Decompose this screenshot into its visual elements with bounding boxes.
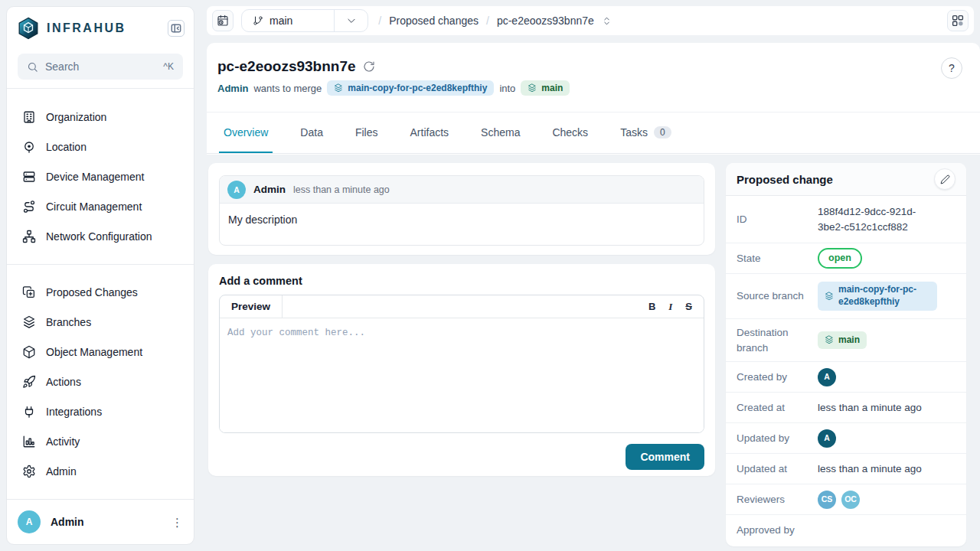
target-branch-name: main bbox=[541, 83, 563, 93]
merge-text: wants to merge bbox=[253, 83, 322, 94]
sidebar-item-device-management[interactable]: Device Management bbox=[15, 166, 186, 187]
logo-row: INFRAHUB bbox=[7, 7, 194, 46]
breadcrumb-current[interactable]: pc-e2eoozs93bnn7e bbox=[497, 15, 594, 27]
nav-secondary: Proposed Changes Branches Object Managem… bbox=[7, 265, 194, 491]
date-picker-button[interactable] bbox=[212, 10, 234, 31]
rocket-icon bbox=[22, 375, 36, 389]
sidebar-item-integrations[interactable]: Integrations bbox=[15, 401, 186, 422]
tab-files[interactable]: Files bbox=[351, 112, 383, 153]
sidebar-item-location[interactable]: Location bbox=[15, 136, 186, 158]
source-branch-name: main-copy-for-pc-e2ed8kepfthiy bbox=[348, 83, 487, 93]
search-input[interactable] bbox=[45, 60, 137, 73]
bold-icon[interactable]: B bbox=[648, 302, 655, 311]
strikethrough-icon[interactable]: S bbox=[685, 302, 692, 311]
tab-artifacts[interactable]: Artifacts bbox=[406, 112, 454, 153]
layers-icon bbox=[22, 315, 36, 329]
tab-data[interactable]: Data bbox=[296, 112, 328, 153]
panel-row-approved-by: Approved by bbox=[726, 515, 966, 546]
comment: A Admin less than a minute ago My descri… bbox=[219, 175, 704, 246]
calendar-clock-icon bbox=[217, 15, 229, 27]
components-button[interactable] bbox=[947, 10, 969, 31]
sidebar-item-network-configuration[interactable]: Network Configuration bbox=[15, 226, 186, 247]
bar-chart-icon bbox=[22, 435, 36, 448]
chevrons-up-down-icon[interactable] bbox=[602, 16, 612, 26]
diff-copy-icon bbox=[22, 285, 36, 299]
network-icon bbox=[22, 230, 36, 243]
tasks-count-badge: 0 bbox=[654, 126, 671, 139]
panel-row-updated-by: Updated by A bbox=[726, 423, 966, 454]
components-icon bbox=[952, 15, 964, 27]
box-icon bbox=[22, 345, 36, 359]
sidebar-item-activity[interactable]: Activity bbox=[15, 431, 186, 452]
refresh-icon[interactable] bbox=[363, 60, 375, 73]
sidebar: INFRAHUB ^K Organization Location Device… bbox=[6, 6, 194, 545]
destination-branch-badge[interactable]: main bbox=[818, 331, 867, 349]
branch-selector[interactable]: main bbox=[241, 9, 368, 32]
nav-label: Device Management bbox=[46, 171, 144, 183]
reviewer-avatar: OC bbox=[841, 491, 860, 509]
branch-selector-value: main bbox=[270, 15, 292, 27]
layers-icon bbox=[334, 83, 343, 93]
editor-toolbar: Preview B I S bbox=[220, 295, 704, 318]
help-button[interactable]: ? bbox=[941, 57, 962, 79]
sidebar-item-branches[interactable]: Branches bbox=[15, 311, 186, 333]
layers-icon bbox=[825, 335, 834, 344]
comment-editor: Preview B I S bbox=[219, 295, 704, 433]
sidebar-item-admin[interactable]: Admin bbox=[15, 461, 186, 482]
panel-collapse-icon bbox=[171, 23, 181, 34]
id-value: 188f4d12-9dcc-921d-3be2-c512c1ccf882 bbox=[818, 204, 940, 234]
sidebar-item-object-management[interactable]: Object Management bbox=[15, 341, 186, 363]
branch-selector-caret[interactable] bbox=[334, 10, 368, 31]
reviewer-avatar: CS bbox=[818, 491, 836, 509]
git-branch-icon bbox=[253, 15, 263, 26]
topbar: main / Proposed changes / pc-e2eoozs93bn… bbox=[207, 6, 974, 35]
edit-button[interactable] bbox=[934, 168, 956, 190]
breadcrumb: / Proposed changes / pc-e2eoozs93bnn7e bbox=[378, 15, 611, 27]
sidebar-item-actions[interactable]: Actions bbox=[15, 371, 186, 393]
panel-row-created-at: Created at less than a minute ago bbox=[726, 393, 966, 423]
proposed-change-panel: Proposed change ID 188f4d12-9dcc-921d-3b… bbox=[726, 163, 966, 546]
merge-text: into bbox=[499, 83, 515, 94]
plug-icon bbox=[22, 405, 36, 419]
merge-subtitle: Admin wants to merge main-copy-for-pc-e2… bbox=[217, 80, 962, 96]
infrahub-logo-icon bbox=[17, 17, 40, 40]
source-branch-badge[interactable]: main-copy-for-pc-e2ed8kepfthiy bbox=[327, 80, 494, 96]
panel-row-id: ID 188f4d12-9dcc-921d-3be2-c512c1ccf882 bbox=[726, 196, 966, 243]
panel-header: Proposed change bbox=[726, 163, 966, 196]
panel-row-destination-branch: Destination branch main bbox=[726, 319, 966, 362]
tab-bar: Overview Data Files Artifacts Schema Che… bbox=[207, 112, 980, 154]
comment-header: A Admin less than a minute ago bbox=[220, 176, 704, 204]
breadcrumb-proposed-changes[interactable]: Proposed changes bbox=[389, 15, 479, 27]
search-icon bbox=[27, 61, 38, 73]
sidebar-user-row[interactable]: A Admin ⋮ bbox=[7, 499, 194, 544]
building-icon bbox=[22, 110, 36, 124]
sidebar-item-proposed-changes[interactable]: Proposed Changes bbox=[15, 282, 186, 303]
nav-label: Branches bbox=[46, 316, 91, 328]
nav-label: Activity bbox=[46, 435, 80, 448]
tab-tasks[interactable]: Tasks 0 bbox=[616, 112, 675, 153]
kebab-menu-icon[interactable]: ⋮ bbox=[172, 517, 183, 528]
updated-by-avatar: A bbox=[818, 429, 836, 448]
sidebar-item-circuit-management[interactable]: Circuit Management bbox=[15, 196, 186, 217]
comment-body: My description bbox=[220, 204, 704, 245]
state-badge: open bbox=[818, 248, 862, 268]
tab-schema[interactable]: Schema bbox=[476, 112, 524, 153]
comment-submit-button[interactable]: Comment bbox=[626, 444, 704, 470]
page-title: pc-e2eoozs93bnn7e bbox=[217, 58, 356, 75]
comment-thread-card: A Admin less than a minute ago My descri… bbox=[208, 163, 715, 255]
target-branch-badge[interactable]: main bbox=[521, 80, 570, 96]
sidebar-item-organization[interactable]: Organization bbox=[15, 106, 186, 128]
search-box[interactable]: ^K bbox=[18, 54, 183, 80]
panel-row-reviewers: Reviewers CS OC bbox=[726, 484, 966, 515]
tab-checks[interactable]: Checks bbox=[547, 112, 593, 153]
search-shortcut: ^K bbox=[163, 61, 174, 72]
source-branch-badge[interactable]: main-copy-for-pc-e2ed8kepfthiy bbox=[818, 282, 937, 310]
nav-label: Integrations bbox=[46, 406, 102, 418]
preview-tab[interactable]: Preview bbox=[220, 295, 283, 318]
italic-icon[interactable]: I bbox=[668, 302, 672, 311]
sidebar-collapse-button[interactable] bbox=[168, 20, 185, 37]
nav-label: Proposed Changes bbox=[46, 286, 138, 298]
comment-input[interactable] bbox=[220, 318, 704, 432]
tab-overview[interactable]: Overview bbox=[219, 112, 273, 153]
page-header-card: pc-e2eoozs93bnn7e Admin wants to merge m… bbox=[207, 43, 980, 155]
